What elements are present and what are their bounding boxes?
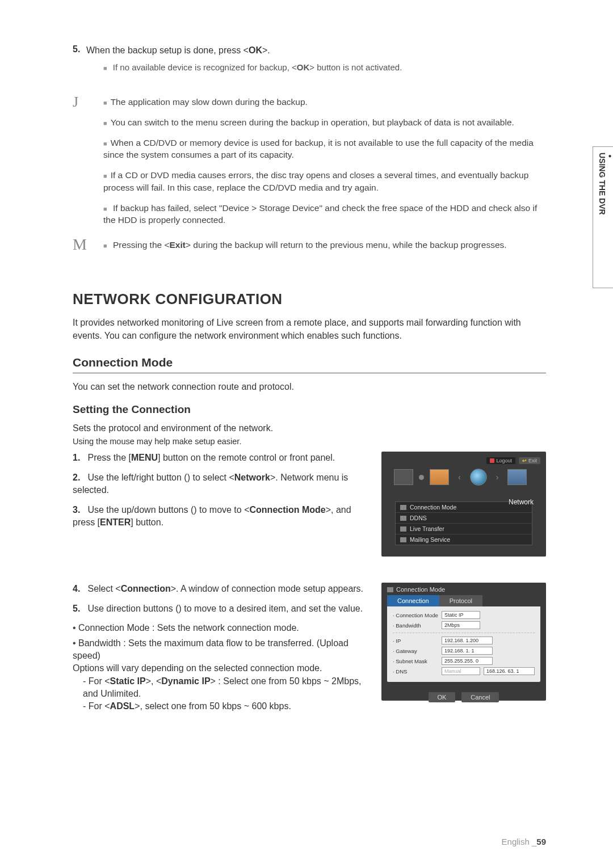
setting-hint: Using the mouse may help make setup easi… bbox=[73, 437, 546, 446]
side-tab: USING THE DVR bbox=[593, 146, 613, 288]
list-icon bbox=[400, 526, 406, 532]
note-text: If a CD or DVD media causes errors, the … bbox=[103, 170, 528, 192]
ok-label: OK bbox=[297, 62, 310, 72]
square-bullet-icon: ■ bbox=[103, 65, 107, 71]
steps-list-2: 4. Select <Connection>. A window of conn… bbox=[73, 583, 369, 615]
text-fragment: Pressing the < bbox=[113, 240, 170, 250]
step-2: 2. Use the left/right button () to selec… bbox=[73, 471, 369, 497]
row-bandwidth: · Bandwidth 2Mbps bbox=[393, 621, 535, 629]
section-intro: It provides networked monitoring of Live… bbox=[73, 316, 546, 342]
m-icon: M bbox=[73, 235, 100, 254]
text-fragment: ) to select < bbox=[187, 473, 234, 482]
text-fragment: Use direction buttons ( bbox=[87, 604, 178, 613]
field-label: · Subnet Mask bbox=[393, 658, 442, 664]
nav-arrow-right-icon[interactable]: › bbox=[496, 473, 499, 482]
j-icon: J bbox=[73, 94, 100, 111]
page-footer: English _59 bbox=[502, 837, 546, 846]
tab-connection[interactable]: Connection bbox=[387, 595, 439, 606]
field-label: · IP bbox=[393, 638, 442, 644]
bandwidth-select[interactable]: 2Mbps bbox=[442, 621, 480, 629]
note-item: ■If a CD or DVD media causes errors, the… bbox=[103, 169, 546, 193]
connection-mode-select[interactable]: Static IP bbox=[442, 611, 480, 619]
field-label: · DNS bbox=[393, 668, 442, 675]
row-ip: · IP 192.168. 1.200 bbox=[393, 637, 535, 644]
gateway-field[interactable]: 192.168. 1. 1 bbox=[442, 647, 493, 655]
network-title: Network bbox=[509, 498, 534, 506]
step-1: 1. Press the [MENU] button on the remote… bbox=[73, 452, 369, 464]
connection-mode-desc: You can set the network connection route… bbox=[73, 380, 546, 393]
nav-arrow-left-icon[interactable]: ‹ bbox=[458, 473, 461, 482]
subnet-field[interactable]: 255.255.255. 0 bbox=[442, 657, 493, 665]
logout-button[interactable]: Logout bbox=[486, 457, 515, 464]
note-text: When a CD/DVD or memory device is used f… bbox=[103, 138, 534, 160]
dialog-title-text: Connection Mode bbox=[396, 586, 445, 593]
list-icon bbox=[400, 505, 406, 510]
step-5b: 5. Use direction buttons () to move to a… bbox=[73, 602, 369, 615]
note-item: ■You can switch to the menu screen durin… bbox=[103, 116, 546, 129]
enter-label: ENTER bbox=[100, 517, 131, 527]
step-5-text: When the backup setup is done, press <OK… bbox=[86, 44, 546, 57]
network-submenu: Connection Mode DDNS Live Transfer Maili… bbox=[395, 502, 532, 545]
row-subnet: · Subnet Mask 255.255.255. 0 bbox=[393, 657, 535, 665]
step-5-subnote: ■ If no available device is recognized f… bbox=[103, 62, 546, 72]
text-fragment: > during the backup will return to the p… bbox=[186, 240, 507, 250]
caution-block: J ■The application may slow down during … bbox=[73, 96, 546, 234]
dialog-tabs: Connection Protocol bbox=[381, 595, 546, 606]
bandwidth-subnote: Options will vary depending on the selec… bbox=[73, 662, 369, 675]
adsl-label: ADSL bbox=[110, 701, 135, 711]
tab-protocol[interactable]: Protocol bbox=[439, 595, 482, 606]
connection-mode-label: Connection Mode bbox=[250, 505, 326, 515]
dash-static-dynamic: For <Static IP>, <Dynamic IP> : Select o… bbox=[83, 675, 369, 701]
text-fragment: If no available device is recognized for… bbox=[113, 62, 297, 72]
form-divider bbox=[393, 633, 535, 633]
dynamic-ip-label: Dynamic IP bbox=[161, 676, 210, 686]
menu-icon-1[interactable] bbox=[394, 469, 413, 485]
cancel-button[interactable]: Cancel bbox=[461, 692, 499, 702]
menu-item-mailing-service[interactable]: Mailing Service bbox=[396, 534, 532, 545]
text-fragment: > button is not activated. bbox=[309, 62, 402, 72]
note-text: The application may slow down during the… bbox=[111, 97, 308, 107]
side-tab-label: USING THE DVR bbox=[598, 153, 607, 215]
square-bullet-icon: ■ bbox=[103, 205, 107, 212]
dns-mode-select[interactable]: Manual bbox=[442, 667, 480, 675]
logout-icon bbox=[490, 458, 494, 463]
setting-desc: Sets the protocol and environment of the… bbox=[73, 422, 546, 435]
dialog-form: · Connection Mode Static IP · Bandwidth … bbox=[387, 606, 540, 682]
exit-button[interactable]: ↩Exit bbox=[519, 457, 540, 464]
square-bullet-icon: ■ bbox=[103, 242, 107, 249]
nav-dot-icon bbox=[419, 475, 424, 480]
note-text: You can switch to the menu screen during… bbox=[111, 117, 514, 127]
menu-item-label: Mailing Service bbox=[410, 536, 450, 543]
footer-language: English _ bbox=[502, 837, 537, 846]
square-bullet-icon: ■ bbox=[103, 140, 107, 147]
text-fragment: Select < bbox=[87, 584, 120, 593]
menu-item-ddns[interactable]: DDNS bbox=[396, 513, 532, 524]
dialog-icon bbox=[387, 587, 393, 592]
connection-label: Connection bbox=[121, 584, 171, 593]
note-item: ■ Pressing the <Exit> during the backup … bbox=[103, 239, 546, 251]
memo-block: M ■ Pressing the <Exit> during the backu… bbox=[73, 239, 546, 259]
step-5: 5. When the backup setup is done, press … bbox=[73, 44, 546, 72]
network-menu-icon[interactable] bbox=[507, 469, 527, 485]
menu-item-live-transfer[interactable]: Live Transfer bbox=[396, 524, 532, 534]
steps-list-1: 1. Press the [MENU] button on the remote… bbox=[73, 452, 369, 529]
step-number: 4. bbox=[73, 583, 85, 595]
bullet-list: Connection Mode : Sets the network conne… bbox=[73, 622, 369, 713]
return-icon: ↩ bbox=[522, 458, 527, 464]
note-item: ■When a CD/DVD or memory device is used … bbox=[103, 137, 546, 161]
bullet-bandwidth: Bandwidth : Sets the maximum data flow t… bbox=[73, 637, 369, 713]
globe-icon[interactable] bbox=[470, 469, 487, 486]
text-fragment: >. bbox=[262, 45, 270, 55]
section-title-network-config: NETWORK CONFIGURATION bbox=[73, 290, 546, 308]
dns-field[interactable]: 168.126. 63. 1 bbox=[484, 667, 535, 675]
step-number: 3. bbox=[73, 504, 85, 516]
square-bullet-icon: ■ bbox=[103, 99, 107, 106]
ok-button[interactable]: OK bbox=[429, 692, 456, 702]
ip-field[interactable]: 192.168. 1.200 bbox=[442, 637, 493, 644]
menu-icon-2[interactable] bbox=[430, 469, 449, 485]
text-fragment: ) to move to < bbox=[194, 505, 249, 515]
static-ip-label: Static IP bbox=[110, 676, 146, 686]
subsection-connection-mode: Connection Mode bbox=[73, 356, 546, 373]
subheading-setting: Setting the Connection bbox=[73, 403, 546, 416]
list-icon bbox=[400, 537, 406, 542]
